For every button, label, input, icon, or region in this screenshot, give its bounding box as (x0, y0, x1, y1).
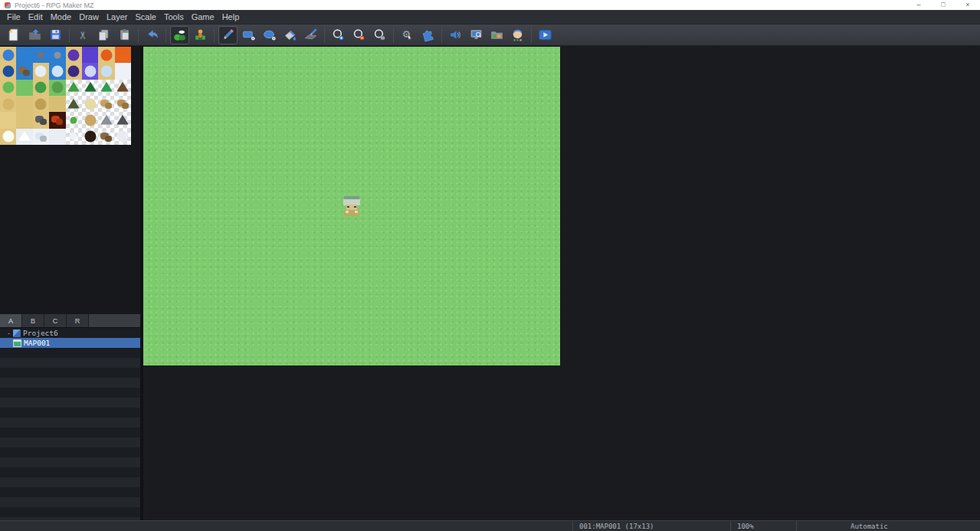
menu-item-help[interactable]: Help (218, 11, 244, 23)
menu-item-game[interactable]: Game (188, 11, 218, 23)
resource-manager-button[interactable] (487, 26, 506, 44)
palette-tile[interactable] (66, 47, 82, 63)
maximize-button[interactable]: □ (931, 0, 955, 10)
palette-tile[interactable] (98, 47, 114, 63)
palette-tile[interactable] (16, 47, 32, 63)
palette-tile[interactable] (115, 80, 131, 96)
palette-tile[interactable] (33, 112, 49, 128)
palette-tile[interactable] (66, 80, 82, 96)
playtest-button[interactable] (536, 26, 555, 44)
palette-tile[interactable] (49, 47, 65, 63)
event-searcher-button[interactable] (467, 26, 486, 44)
menu-item-scale[interactable]: Scale (131, 11, 160, 23)
database-button[interactable]: ⚙ (398, 26, 417, 44)
palette-tab-b[interactable]: B (22, 314, 44, 327)
palette-tile[interactable] (82, 96, 98, 112)
palette-tab-a[interactable]: A (0, 314, 22, 327)
palette-tile[interactable] (0, 47, 16, 63)
palette-tile[interactable] (66, 112, 82, 128)
statusbar-draw-mode: Automatic (796, 521, 980, 531)
new-document-icon (7, 28, 21, 42)
palette-tile[interactable] (49, 96, 65, 112)
tree-item-map-map001[interactable]: MAP001 (0, 338, 140, 348)
open-project-button[interactable] (25, 26, 44, 44)
palette-tile[interactable] (115, 112, 131, 128)
close-button[interactable]: × (955, 0, 980, 10)
rectangle-tool-button[interactable] (239, 26, 258, 44)
palette-tile[interactable] (16, 96, 32, 112)
menu-item-mode[interactable]: Mode (47, 11, 76, 23)
character-generator-button[interactable] (508, 26, 527, 44)
map-canvas[interactable] (143, 47, 560, 365)
plugin-manager-button[interactable] (418, 26, 438, 44)
paste-button[interactable] (115, 26, 134, 44)
palette-tab-r[interactable]: R (67, 314, 89, 327)
undo-button[interactable] (143, 26, 162, 44)
new-project-button[interactable] (5, 26, 24, 44)
palette-tile[interactable] (49, 112, 65, 128)
palette-tile[interactable] (0, 63, 16, 79)
map-mode-button[interactable] (170, 26, 189, 44)
menu-item-tools[interactable]: Tools (160, 11, 188, 23)
palette-tile[interactable] (115, 63, 131, 79)
menu-item-layer[interactable]: Layer (103, 11, 132, 23)
menu-item-edit[interactable]: Edit (25, 11, 47, 23)
palette-empty-area (0, 145, 140, 314)
sound-test-button[interactable] (446, 26, 465, 44)
event-mode-button[interactable] (191, 26, 210, 44)
ellipse-tool-button[interactable] (260, 26, 279, 44)
palette-tile[interactable] (0, 112, 16, 128)
palette-tile[interactable] (16, 63, 32, 79)
palette-tile[interactable] (16, 112, 32, 128)
save-project-button[interactable] (46, 26, 65, 44)
palette-tile[interactable] (82, 63, 98, 79)
tileset-palette[interactable] (0, 47, 131, 145)
event-searcher-icon (469, 28, 483, 42)
palette-tile[interactable] (66, 96, 82, 112)
palette-tile[interactable] (16, 129, 32, 145)
shadow-pen-tool-button[interactable] (301, 26, 320, 44)
palette-tile[interactable] (82, 80, 98, 96)
palette-tile[interactable] (98, 63, 114, 79)
menu-item-file[interactable]: File (3, 11, 25, 23)
palette-tile[interactable] (33, 63, 49, 79)
actual-scale-button[interactable]: 1:1 (370, 26, 389, 44)
palette-tile[interactable] (33, 80, 49, 96)
palette-tile[interactable] (33, 96, 49, 112)
palette-tile[interactable] (115, 129, 131, 145)
palette-tile[interactable] (82, 47, 98, 63)
palette-tile[interactable] (0, 80, 16, 96)
palette-tile[interactable] (0, 129, 16, 145)
palette-tile[interactable] (33, 129, 49, 145)
toolbar: ✂1:1⚙ (0, 25, 980, 46)
palette-tile[interactable] (98, 96, 114, 112)
palette-tile[interactable] (115, 96, 131, 112)
copy-button[interactable] (94, 26, 113, 44)
palette-tile[interactable] (49, 129, 65, 145)
minimize-button[interactable]: – (906, 0, 931, 10)
palette-tile[interactable] (33, 47, 49, 63)
palette-tile[interactable] (49, 63, 65, 79)
palette-tile[interactable] (66, 63, 82, 79)
tree-item-project[interactable]: -Project6 (0, 328, 140, 338)
zoom-in-button[interactable] (329, 26, 348, 44)
cut-button[interactable]: ✂ (74, 26, 93, 44)
palette-tile[interactable] (98, 129, 114, 145)
palette-tile[interactable] (98, 112, 114, 128)
palette-tile[interactable] (0, 96, 16, 112)
zoom-out-button[interactable] (349, 26, 369, 44)
palette-tile[interactable] (16, 80, 32, 96)
menu-item-draw[interactable]: Draw (75, 11, 103, 23)
pencil-tool-button[interactable] (218, 26, 238, 44)
player-start-sprite[interactable] (342, 195, 362, 217)
palette-tile[interactable] (82, 112, 98, 128)
map-tree[interactable]: -Project6MAP001 (0, 328, 140, 520)
palette-tile[interactable] (66, 129, 82, 145)
palette-tile[interactable] (98, 80, 114, 96)
palette-tile[interactable] (82, 129, 98, 145)
palette-tile[interactable] (115, 47, 131, 63)
flood-fill-tool-button[interactable] (280, 26, 300, 44)
palette-tab-c[interactable]: C (44, 314, 67, 327)
collapse-toggle[interactable]: - (5, 329, 12, 337)
palette-tile[interactable] (49, 80, 65, 96)
